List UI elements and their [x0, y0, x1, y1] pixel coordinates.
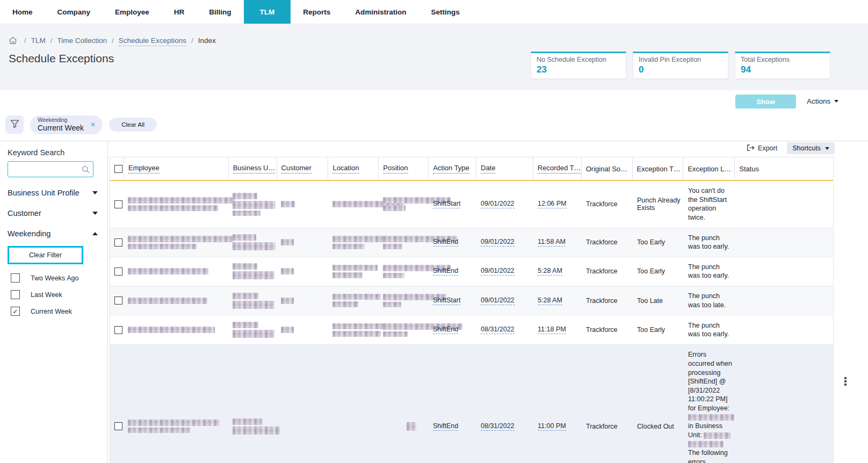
nav-item-home[interactable]: Home [0, 0, 45, 24]
row-checkbox[interactable] [114, 267, 122, 276]
clear-all-button[interactable]: Clear All [109, 118, 157, 132]
sidebar-section-customer[interactable]: Customer [8, 203, 100, 223]
action-type-link[interactable]: ShiftEnd [433, 238, 458, 247]
sidebar-section-business-unit-profile[interactable]: Business Unit Profile [8, 183, 100, 203]
row-checkbox[interactable] [114, 200, 122, 208]
column-header-position[interactable]: Position [378, 157, 428, 180]
column-header-employee[interactable]: Employee [124, 157, 228, 180]
table-row: ShiftStart09/01/20225:28 AMTrackforceToo… [110, 286, 833, 315]
action-type-link[interactable]: ShiftEnd [433, 422, 458, 431]
cell-action-type: ShiftEnd [429, 345, 476, 463]
sidebar-section-weekending[interactable]: Weekending [8, 223, 100, 244]
cell-location [328, 315, 379, 344]
recorded-time-link[interactable]: 5:28 AM [538, 267, 562, 276]
row-checkbox[interactable] [114, 296, 122, 305]
column-header-exception-t[interactable]: Exception T… [632, 157, 683, 180]
filter-option-last-week[interactable]: Last Week [8, 286, 100, 303]
column-header-exception-l[interactable]: Exception L… [683, 157, 734, 180]
filter-option-two-weeks-ago[interactable]: Two Weeks Ago [8, 270, 100, 286]
actions-label: Actions [807, 97, 830, 105]
date-link[interactable]: 09/01/2022 [481, 296, 515, 305]
cell-exception-message: The punch was too early. [684, 315, 735, 344]
redacted-text [332, 294, 381, 300]
cell-exception-message: The punch was too late. [684, 286, 735, 315]
column-header-business-u[interactable]: Business U… [228, 157, 277, 180]
action-type-link[interactable]: ShiftEnd [433, 267, 458, 276]
column-header-action-type[interactable]: Action Type [428, 157, 476, 180]
cell-status [735, 228, 834, 257]
exception-type-text: Too Early [637, 326, 665, 334]
column-header-location[interactable]: Location [328, 157, 378, 180]
breadcrumb-item-time-collection[interactable]: Time Collection [57, 37, 107, 45]
recorded-time-link[interactable]: 11:18 PM [538, 325, 566, 334]
cell-exception-type: Too Early [633, 228, 684, 257]
filter-button[interactable] [5, 115, 24, 134]
checkbox[interactable]: ✓ [11, 307, 20, 316]
redacted-text [128, 268, 208, 274]
export-icon [747, 144, 755, 153]
action-type-link[interactable]: ShiftStart [433, 200, 460, 208]
filter-option-current-week[interactable]: ✓Current Week [8, 303, 100, 320]
nav-item-administration[interactable]: Administration [343, 0, 418, 24]
cell-exception-message: The punch was too early. [684, 257, 735, 286]
nav-item-hr[interactable]: HR [162, 0, 197, 24]
shortcuts-dropdown[interactable]: Shortcuts [787, 142, 835, 154]
breadcrumb-item-schedule-exceptions[interactable]: Schedule Exceptions [119, 37, 186, 46]
cell-select [110, 286, 124, 315]
select-all-checkbox[interactable] [114, 165, 122, 173]
redacted-text [383, 302, 401, 307]
nav-item-reports[interactable]: Reports [291, 0, 343, 24]
cell-original-source: Trackforce [582, 345, 633, 463]
row-checkbox[interactable] [114, 422, 122, 430]
column-header-customer[interactable]: Customer [277, 157, 328, 180]
nav-item-tlm[interactable]: TLM [244, 0, 291, 24]
recorded-time-link[interactable]: 5:28 AM [538, 296, 562, 305]
cell-employee [124, 257, 228, 286]
column-header-status[interactable]: Status [734, 157, 833, 180]
checkbox[interactable] [11, 273, 20, 283]
recorded-time-link[interactable]: 12:06 PM [538, 200, 567, 208]
search-icon[interactable] [82, 165, 90, 176]
cell-business-unit [228, 315, 277, 344]
redacted-text [281, 298, 294, 304]
exception-message-text: The punch was too early. [688, 318, 732, 342]
filter-chip-weekending[interactable]: Weekending Current Week ✕ [30, 115, 103, 134]
action-type-link[interactable]: ShiftEnd [433, 325, 458, 334]
checkbox[interactable] [11, 290, 20, 299]
nav-item-billing[interactable]: Billing [197, 0, 243, 24]
date-link[interactable]: 08/31/2022 [481, 422, 515, 431]
export-button[interactable]: Export [747, 144, 777, 153]
search-input[interactable] [8, 162, 93, 177]
page-header: /TLM/Time Collection/Schedule Exceptions… [0, 24, 868, 90]
row-menu-kebab-icon[interactable] [844, 376, 847, 387]
row-checkbox[interactable] [114, 238, 122, 247]
date-link[interactable]: 08/31/2022 [481, 325, 515, 334]
column-header-original-so[interactable]: Original So… [581, 157, 632, 180]
close-icon[interactable]: ✕ [90, 121, 96, 128]
recorded-time-link[interactable]: 11:00 PM [538, 422, 566, 431]
date-link[interactable]: 09/01/2022 [481, 200, 515, 208]
table-row: ShiftEnd08/31/202211:00 PMTrackforceCloc… [110, 345, 833, 463]
column-header-recorded-t[interactable]: Recorded T… [533, 157, 581, 180]
table-row: ShiftEnd09/01/20225:28 AMTrackforceToo E… [110, 257, 833, 286]
breadcrumb-item-tlm[interactable]: TLM [31, 37, 46, 45]
nav-item-company[interactable]: Company [45, 0, 103, 24]
clear-filter-button[interactable]: Clear Filter [8, 246, 83, 264]
date-link[interactable]: 09/01/2022 [481, 238, 515, 247]
cell-date: 08/31/2022 [476, 345, 533, 463]
show-button[interactable]: Show [735, 95, 796, 108]
cell-position [379, 315, 429, 344]
nav-item-employee[interactable]: Employee [103, 0, 162, 24]
action-type-link[interactable]: ShiftStart [433, 296, 460, 305]
column-header-date[interactable]: Date [476, 157, 533, 180]
cell-customer [277, 181, 328, 228]
cell-exception-type: Clocked Out [633, 345, 684, 463]
cell-exception-type: Too Early [633, 257, 684, 286]
redacted-text [407, 422, 416, 431]
row-checkbox[interactable] [114, 326, 122, 334]
date-link[interactable]: 09/01/2022 [481, 267, 515, 276]
nav-item-settings[interactable]: Settings [419, 0, 472, 24]
recorded-time-link[interactable]: 11:58 AM [538, 238, 566, 247]
home-icon[interactable] [9, 37, 17, 45]
actions-menu[interactable]: Actions [807, 97, 838, 105]
